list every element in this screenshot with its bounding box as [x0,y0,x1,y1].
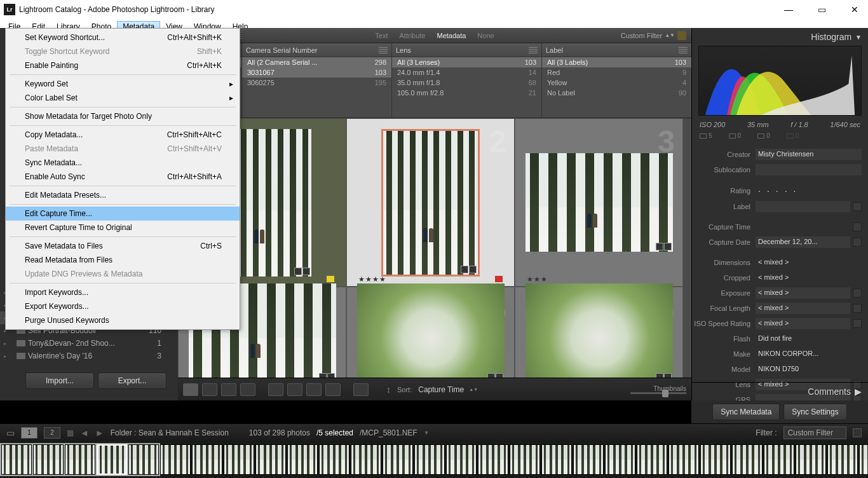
filter-row[interactable]: 24.0 mm f/1.414 [392,67,541,78]
lock-icon[interactable] [677,31,686,40]
filter-row[interactable]: 105.0 mm f/2.821 [392,88,541,98]
menu-item[interactable]: Enable Auto SyncCtrl+Alt+Shift+A [6,170,240,184]
menu-item[interactable]: Enable PaintingCtrl+Alt+K [6,58,240,72]
filter-row[interactable]: Red9 [542,67,691,78]
filmstrip-thumb[interactable] [732,444,763,475]
metadata-action-button[interactable] [853,304,862,313]
menu-item[interactable]: Keyword Set▸ [6,77,240,91]
menu-item[interactable]: Sync Metadata... [6,156,240,170]
metadata-action-button[interactable] [853,238,862,247]
filter-row[interactable]: 35.0 mm f/1.868 [392,78,541,88]
sync-settings-button[interactable]: Sync Settings [783,404,846,420]
menu-item[interactable]: Import Keywords... [6,285,240,299]
filter-dropdown[interactable]: Custom Filter [783,427,846,439]
comments-header[interactable]: Comments▶ [692,382,868,400]
tool-button-3[interactable] [306,383,322,396]
metadata-value[interactable]: < mixed > [756,303,850,314]
menu-item[interactable]: Revert Capture Time to Original [6,221,240,235]
filter-row[interactable]: All (2 Camera Serial ...298 [242,57,391,67]
menu-item[interactable]: Edit Capture Time... [6,207,240,221]
menu-item[interactable]: Set Keyword Shortcut...Ctrl+Alt+Shift+K [6,31,240,44]
filmstrip-thumb[interactable] [541,444,572,475]
metadata-value[interactable]: < mixed > [756,287,850,299]
metadata-value[interactable]: Misty Christensen [756,149,862,160]
filmstrip-thumb[interactable] [160,444,191,475]
filter-row[interactable]: All (3 Lenses)103 [392,57,541,67]
monitor-2-button[interactable]: 2 [44,427,60,439]
filmstrip-thumb[interactable] [637,444,667,475]
grid-view-button[interactable] [183,383,198,396]
filter-row[interactable]: 3031067103 [242,67,391,78]
metadata-value[interactable] [756,164,862,175]
folder-row[interactable]: ▸Valentine's Day '163 [0,350,169,362]
metadata-value[interactable]: NIKON D750 [756,364,862,375]
folder-row[interactable]: ▸Tony&Devan- 2nd Shoo...1 [0,337,169,350]
menu-item[interactable]: Purge Unused Keywords [6,313,240,327]
thumbnail-cell[interactable]: 3★★★ [515,118,683,287]
filter-tab-text[interactable]: Text [375,32,388,39]
filmstrip-thumb[interactable] [605,444,635,475]
metadata-value[interactable]: Did not fire [756,333,862,345]
filmstrip-thumb[interactable] [510,444,540,475]
filmstrip-thumb[interactable] [668,444,699,475]
filmstrip-thumb[interactable] [383,444,413,475]
filmstrip-thumb[interactable] [224,444,254,475]
filmstrip-thumb[interactable] [414,444,445,475]
filmstrip-thumb[interactable] [97,444,127,475]
metadata-action-button[interactable] [853,289,862,297]
filmstrip-thumb[interactable] [700,444,731,475]
filter-toggle[interactable] [853,428,862,437]
custom-filter-dropdown[interactable]: Custom Filter [621,32,662,39]
thumbnail-size-slider[interactable] [630,392,686,394]
histogram-header[interactable]: Histogram▼ [692,28,868,46]
filmstrip-thumb[interactable] [287,444,318,475]
metadata-action-button[interactable] [853,202,862,211]
survey-view-button[interactable] [240,383,255,396]
filmstrip-thumb[interactable] [192,444,222,475]
filter-column-header[interactable]: Camera Serial Number [242,43,391,57]
menu-item[interactable]: Show Metadata for Target Photo Only [6,109,240,123]
menu-item[interactable]: Edit Metadata Presets... [6,188,240,202]
filter-tab-none[interactable]: None [477,32,494,39]
menu-item[interactable]: Read Metadata from Files [6,253,240,267]
second-monitor-icon[interactable]: ▭ [6,428,15,438]
nav-forward[interactable]: ► [95,428,104,438]
filmstrip-thumb[interactable] [128,444,159,475]
filter-column-header[interactable]: Lens [392,43,541,57]
filmstrip-thumb[interactable] [478,444,508,475]
menu-item[interactable]: Save Metadata to FilesCtrl+S [6,239,240,253]
loupe-view-button[interactable] [202,383,217,396]
metadata-value[interactable]: < mixed > [756,257,862,268]
filmstrip-thumb[interactable] [33,444,64,475]
metadata-value[interactable] [756,221,850,233]
close-button[interactable]: ✕ [845,4,864,15]
filmstrip-thumb[interactable] [446,444,477,475]
filmstrip-thumb[interactable] [255,444,286,475]
filmstrip-thumb[interactable] [827,444,858,475]
rating-value[interactable]: ····· [756,184,862,197]
monitor-1-button[interactable]: 1 [21,427,37,439]
filter-tab-metadata[interactable]: Metadata [437,32,466,39]
tool-button-4[interactable] [325,383,341,396]
maximize-button[interactable]: ▭ [812,4,831,15]
metadata-value[interactable]: < mixed > [756,318,850,329]
thumbnail-cell[interactable]: 5 [346,287,515,378]
menu-item[interactable]: Color Label Set▸ [6,91,240,105]
filter-row[interactable]: Yellow4 [542,78,691,88]
tool-button-1[interactable] [268,383,283,396]
grid-toggle-icon[interactable]: ▦ [67,428,74,437]
metadata-value[interactable]: < mixed > [756,272,862,283]
tool-button-2[interactable] [287,383,302,396]
nav-back[interactable]: ◄ [80,428,89,438]
filmstrip-thumb[interactable] [1,444,32,475]
menu-item[interactable]: Export Keywords... [6,299,240,313]
menu-item[interactable]: Copy Metadata...Ctrl+Shift+Alt+C [6,128,240,142]
minimize-button[interactable]: — [779,4,798,15]
export-button[interactable]: Export... [98,372,166,389]
filter-tab-attribute[interactable]: Attribute [400,32,426,39]
thumbnail-cell[interactable]: 6 [515,287,683,378]
metadata-value[interactable]: NIKON CORPOR... [756,348,862,360]
filmstrip-thumb[interactable] [319,444,349,475]
filter-column-header[interactable]: Label [542,43,691,57]
filter-row[interactable]: 3060275195 [242,78,391,88]
